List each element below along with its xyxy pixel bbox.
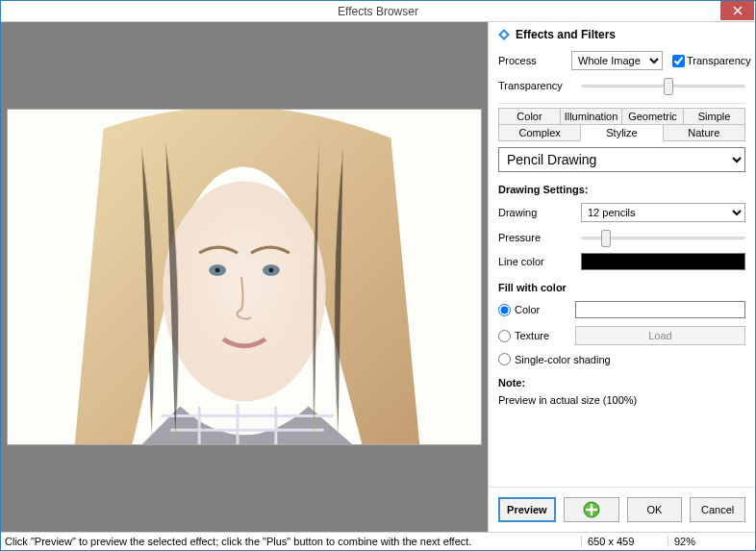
fill-color-radio-wrap[interactable]: Color	[498, 304, 575, 316]
svg-point-1	[163, 181, 325, 401]
svg-point-4	[215, 268, 220, 273]
tab-nature[interactable]: Nature	[663, 124, 745, 141]
status-bar: Click "Preview" to preview the selected …	[1, 533, 755, 550]
drawing-select[interactable]: 12 pencils	[581, 203, 745, 222]
process-label: Process	[498, 55, 566, 66]
load-texture-button[interactable]: Load	[575, 326, 745, 345]
window-title: Effects Browser	[338, 5, 418, 18]
fill-color-radio[interactable]	[498, 304, 511, 316]
note-text: Preview in actual size (100%)	[498, 394, 745, 406]
tab-complex[interactable]: Complex	[498, 124, 581, 141]
drawing-settings-title: Drawing Settings:	[498, 184, 745, 195]
transparency-slider-label: Transparency	[498, 80, 575, 91]
drawing-label: Drawing	[498, 207, 575, 218]
transparency-checkbox-wrap[interactable]: Transparency	[668, 55, 745, 67]
tab-simple[interactable]: Simple	[683, 108, 745, 125]
fill-single-radio-wrap[interactable]: Single-color shading	[498, 353, 611, 365]
fill-texture-radio-wrap[interactable]: Texture	[498, 330, 575, 342]
plus-button[interactable]	[564, 497, 619, 522]
tab-color[interactable]: Color	[498, 108, 561, 125]
title-bar: Effects Browser	[1, 1, 755, 22]
line-color-label: Line color	[498, 256, 575, 267]
note-label: Note:	[498, 377, 745, 388]
pressure-slider[interactable]	[581, 228, 745, 247]
fill-color-swatch[interactable]	[575, 301, 745, 318]
tab-stylize[interactable]: Stylize	[580, 124, 663, 141]
panel-header: Effects and Filters	[498, 28, 745, 41]
status-message: Click "Preview" to preview the selected …	[1, 536, 582, 547]
effect-category-tabs: Color Illumination Geometric Simple Comp…	[498, 108, 745, 141]
tab-geometric[interactable]: Geometric	[621, 108, 684, 125]
transparency-checkbox[interactable]	[672, 55, 685, 67]
close-icon	[733, 6, 743, 15]
fill-single-radio[interactable]	[498, 353, 511, 365]
tab-illumination[interactable]: Illumination	[560, 108, 622, 125]
transparency-slider[interactable]	[581, 76, 745, 95]
status-dimensions: 650 x 459	[582, 536, 668, 547]
ok-button[interactable]: OK	[627, 497, 683, 522]
status-zoom: 92%	[668, 536, 755, 547]
preview-area	[1, 22, 489, 532]
action-buttons: Preview OK Cancel	[489, 487, 755, 532]
diamond-icon	[498, 29, 510, 40]
fill-texture-radio[interactable]	[498, 330, 511, 342]
preview-button[interactable]: Preview	[498, 497, 556, 522]
process-select[interactable]: Whole Image	[571, 51, 663, 70]
plus-icon	[583, 501, 600, 518]
cancel-button[interactable]: Cancel	[690, 497, 745, 522]
pressure-label: Pressure	[498, 232, 575, 243]
fill-title: Fill with color	[498, 282, 745, 293]
close-button[interactable]	[720, 1, 754, 20]
preview-image	[7, 109, 482, 445]
svg-point-5	[268, 268, 273, 273]
line-color-swatch[interactable]	[581, 253, 745, 270]
effects-panel: Effects and Filters Process Whole Image …	[489, 22, 755, 532]
effect-select[interactable]: Pencil Drawing	[498, 147, 745, 172]
